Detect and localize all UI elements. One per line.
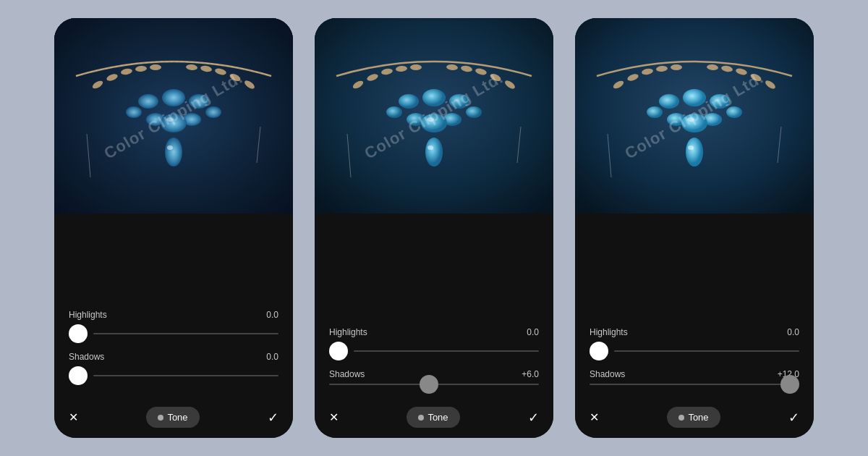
- phone-card-2: Color Clipping Ltd. Highlights 0.0 Shado…: [315, 18, 553, 438]
- shadows-text-2: Shadows: [329, 369, 365, 379]
- highlights-label-1: Highlights 0.0: [69, 310, 278, 320]
- svg-point-67: [686, 138, 703, 166]
- highlights-group-2: Highlights 0.0: [329, 327, 539, 360]
- svg-point-12: [162, 89, 185, 106]
- highlights-thumb-3[interactable]: [590, 342, 608, 360]
- svg-point-61: [710, 94, 730, 109]
- shadows-slider-2[interactable]: [329, 384, 539, 385]
- shadows-group-3: Shadows +12.0: [590, 369, 799, 385]
- svg-point-21: [166, 117, 174, 122]
- shadows-value-1: 0.0: [266, 352, 278, 362]
- svg-point-69: [687, 117, 694, 122]
- svg-point-11: [138, 94, 158, 109]
- shadows-thumb-end-3[interactable]: [780, 375, 799, 394]
- highlights-thumb-2[interactable]: [329, 342, 348, 360]
- svg-point-60: [683, 89, 706, 106]
- svg-point-18: [161, 114, 187, 132]
- svg-point-39: [466, 106, 482, 118]
- highlights-value-2: 0.0: [527, 327, 539, 337]
- shadows-label-3: Shadows +12.0: [590, 369, 799, 379]
- confirm-button-2[interactable]: ✓: [528, 410, 539, 426]
- svg-point-66: [681, 114, 707, 132]
- highlights-text-1: Highlights: [69, 310, 107, 320]
- tone-label-1: Tone: [167, 412, 187, 423]
- cancel-button-1[interactable]: ✕: [69, 410, 78, 424]
- bottom-bar-1: ✕ Tone ✓: [54, 401, 293, 438]
- shadows-track-2[interactable]: [329, 384, 539, 385]
- svg-point-36: [422, 89, 446, 106]
- jewelry-image-1: [54, 18, 293, 214]
- cancel-button-2[interactable]: ✕: [329, 410, 339, 424]
- photo-area-1: Color Clipping Ltd.: [54, 18, 293, 214]
- svg-point-62: [647, 106, 663, 118]
- shadows-track-3[interactable]: [590, 384, 799, 385]
- cancel-button-3[interactable]: ✕: [590, 410, 599, 424]
- svg-point-20: [167, 145, 173, 150]
- highlights-text-3: Highlights: [590, 327, 628, 337]
- phone-card-3: Color Clipping Ltd. Highlights 0.0 Shado…: [575, 18, 814, 438]
- svg-point-68: [688, 145, 694, 150]
- highlights-label-3: Highlights 0.0: [590, 327, 799, 337]
- shadows-thumb-1[interactable]: [69, 366, 88, 385]
- shadows-value-2: +6.0: [522, 369, 539, 379]
- svg-point-15: [205, 106, 221, 118]
- svg-point-38: [386, 106, 402, 118]
- svg-point-53: [671, 64, 682, 70]
- tone-label-3: Tone: [688, 412, 708, 423]
- svg-point-42: [421, 114, 447, 132]
- highlights-track-1[interactable]: [93, 333, 278, 334]
- svg-point-14: [126, 106, 142, 118]
- svg-point-37: [449, 94, 469, 109]
- highlights-label-2: Highlights 0.0: [329, 327, 539, 337]
- photo-area-3: Color Clipping Ltd.: [575, 18, 814, 214]
- highlights-slider-2[interactable]: [329, 342, 539, 360]
- tone-button-2[interactable]: Tone: [407, 407, 459, 428]
- jewelry-image-2: [315, 18, 553, 214]
- confirm-button-3[interactable]: ✓: [788, 410, 799, 426]
- highlights-track-2[interactable]: [354, 350, 539, 352]
- highlights-slider-3[interactable]: [590, 342, 799, 360]
- controls-area-2: Highlights 0.0 Shadows +6.0: [315, 214, 553, 401]
- photo-area-2: Color Clipping Ltd.: [315, 18, 553, 214]
- controls-area-3: Highlights 0.0 Shadows +12.0: [575, 214, 814, 401]
- shadows-group-1: Shadows 0.0: [69, 352, 278, 385]
- svg-point-43: [425, 138, 443, 166]
- tone-button-1[interactable]: Tone: [146, 407, 199, 428]
- highlights-value-3: 0.0: [787, 327, 799, 337]
- jewelry-image-3: [575, 18, 814, 214]
- phone-card-1: Color Clipping Ltd. Highlights 0.0 Shado…: [54, 18, 293, 438]
- shadows-text-1: Shadows: [69, 352, 104, 362]
- controls-area-1: Highlights 0.0 Shadows 0.0: [54, 214, 293, 401]
- tone-dot-1: [158, 415, 163, 421]
- tone-dot-3: [678, 415, 684, 421]
- tone-button-3[interactable]: Tone: [667, 407, 720, 428]
- svg-point-19: [165, 138, 182, 166]
- shadows-label-1: Shadows 0.0: [69, 352, 278, 362]
- highlights-value-1: 0.0: [266, 310, 278, 320]
- svg-point-13: [189, 94, 209, 109]
- svg-point-63: [726, 106, 742, 118]
- tone-dot-2: [418, 415, 424, 421]
- shadows-slider-3[interactable]: [590, 384, 799, 385]
- shadows-thumb-mid-2[interactable]: [420, 375, 438, 394]
- highlights-text-2: Highlights: [329, 327, 367, 337]
- svg-point-35: [399, 94, 419, 109]
- highlights-group-1: Highlights 0.0: [69, 310, 278, 343]
- highlights-track-3[interactable]: [614, 350, 799, 352]
- highlights-thumb-1[interactable]: [69, 324, 88, 343]
- svg-point-5: [150, 64, 161, 70]
- svg-point-45: [427, 117, 434, 122]
- confirm-button-1[interactable]: ✓: [268, 410, 278, 426]
- svg-point-44: [427, 145, 433, 150]
- shadows-track-1[interactable]: [93, 375, 278, 376]
- bottom-bar-2: ✕ Tone ✓: [315, 401, 553, 438]
- svg-point-59: [659, 94, 679, 109]
- bottom-bar-3: ✕ Tone ✓: [575, 401, 814, 438]
- highlights-group-3: Highlights 0.0: [590, 327, 799, 360]
- shadows-group-2: Shadows +6.0: [329, 369, 539, 385]
- shadows-text-3: Shadows: [590, 369, 625, 379]
- svg-point-29: [410, 64, 422, 70]
- tone-label-2: Tone: [427, 412, 448, 423]
- highlights-slider-1[interactable]: [69, 324, 278, 343]
- shadows-slider-1[interactable]: [69, 366, 278, 385]
